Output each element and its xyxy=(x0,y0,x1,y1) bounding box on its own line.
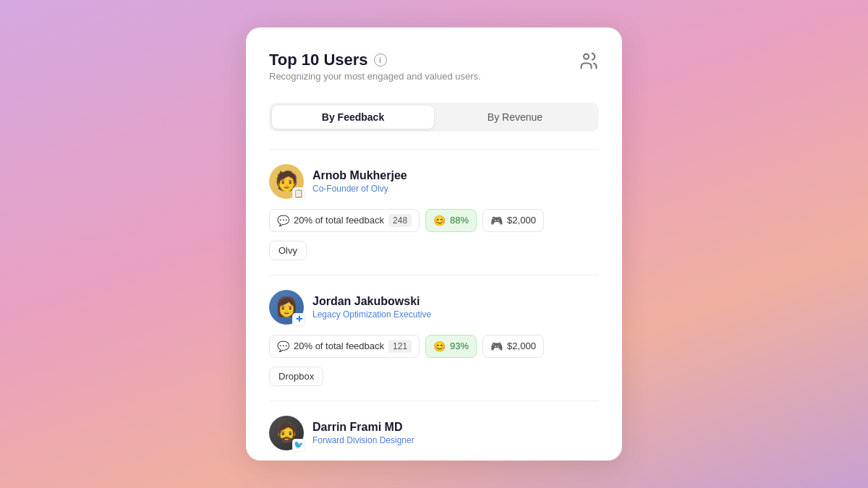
feedback-icon-arnob xyxy=(277,215,289,226)
feedback-pct-arnob: 20% of total feedback xyxy=(294,215,384,226)
revenue-icon-arnob xyxy=(490,215,503,226)
sentiment-metric-arnob: 88% xyxy=(425,209,477,232)
info-icon[interactable]: i xyxy=(374,53,387,67)
user-header-jordan: 👩 ✛ Jordan Jakubowski Legacy Optimizatio… xyxy=(269,290,599,325)
title-row: Top 10 Users i xyxy=(269,51,481,69)
revenue-metric-jordan: $2,000 xyxy=(482,335,544,358)
tab-by-feedback[interactable]: By Feedback xyxy=(272,106,434,129)
feedback-metric-arnob: 20% of total feedback 248 xyxy=(269,209,420,232)
metrics-row-jordan: 20% of total feedback 121 93% $2,000 xyxy=(269,335,599,358)
feedback-count-arnob: 248 xyxy=(388,214,412,227)
user-info-darrin: Darrin Frami MD Forward Division Designe… xyxy=(312,421,414,445)
user-role-arnob: Co-Founder of Olvy xyxy=(312,184,407,194)
revenue-icon-jordan xyxy=(490,341,503,352)
revenue-arnob: $2,000 xyxy=(507,215,536,226)
user-name-jordan: Jordan Jakubowski xyxy=(312,295,431,308)
smile-icon-jordan xyxy=(433,341,446,352)
sentiment-metric-jordan: 93% xyxy=(425,335,477,358)
smile-icon-arnob xyxy=(433,215,446,226)
feedback-pct-jordan: 20% of total feedback xyxy=(294,341,384,351)
tabs-container: By Feedback By Revenue xyxy=(269,103,599,132)
tag-jordan[interactable]: Dropbox xyxy=(269,367,323,386)
card-header: Top 10 Users i Recognizing your most eng… xyxy=(269,51,599,98)
avatar-wrapper-darrin: 🧔 🐦 xyxy=(269,416,304,450)
avatar-badge-jordan: ✛ xyxy=(292,313,305,326)
card-subtitle: Recognizing your most engaged and valued… xyxy=(269,69,481,84)
metrics-row-arnob: 20% of total feedback 248 88% $2,000 xyxy=(269,209,599,232)
user-card-jordan: 👩 ✛ Jordan Jakubowski Legacy Optimizatio… xyxy=(269,275,599,401)
user-info-jordan: Jordan Jakubowski Legacy Optimization Ex… xyxy=(312,295,431,320)
feedback-metric-jordan: 20% of total feedback 121 xyxy=(269,335,420,358)
avatar-badge-arnob: 📋 xyxy=(292,187,305,200)
user-role-jordan: Legacy Optimization Executive xyxy=(312,309,431,320)
user-card-darrin: 🧔 🐦 Darrin Frami MD Forward Division Des… xyxy=(269,401,599,450)
tag-arnob[interactable]: Olvy xyxy=(269,241,307,260)
avatar-wrapper-jordan: 👩 ✛ xyxy=(269,290,304,325)
tab-by-revenue[interactable]: By Revenue xyxy=(434,106,596,129)
svg-point-0 xyxy=(584,54,589,59)
user-card-arnob: 🧑 📋 Arnob Mukherjee Co-Founder of Olvy 2… xyxy=(269,149,599,275)
feedback-icon-jordan xyxy=(277,341,289,352)
users-icon[interactable] xyxy=(579,51,599,74)
revenue-jordan: $2,000 xyxy=(507,341,536,351)
sentiment-pct-arnob: 88% xyxy=(450,215,469,226)
top-users-card: Top 10 Users i Recognizing your most eng… xyxy=(246,27,622,461)
user-role-darrin: Forward Division Designer xyxy=(312,435,414,445)
user-name-darrin: Darrin Frami MD xyxy=(312,421,414,434)
revenue-metric-arnob: $2,000 xyxy=(482,209,544,232)
avatar-badge-darrin: 🐦 xyxy=(292,439,305,452)
avatar-wrapper-arnob: 🧑 📋 xyxy=(269,164,304,199)
user-header-arnob: 🧑 📋 Arnob Mukherjee Co-Founder of Olvy xyxy=(269,164,599,199)
sentiment-pct-jordan: 93% xyxy=(450,341,469,351)
user-name-arnob: Arnob Mukherjee xyxy=(312,169,407,182)
card-title: Top 10 Users xyxy=(269,51,368,69)
user-info-arnob: Arnob Mukherjee Co-Founder of Olvy xyxy=(312,169,407,194)
user-header-darrin: 🧔 🐦 Darrin Frami MD Forward Division Des… xyxy=(269,416,599,450)
feedback-count-jordan: 121 xyxy=(388,340,412,353)
